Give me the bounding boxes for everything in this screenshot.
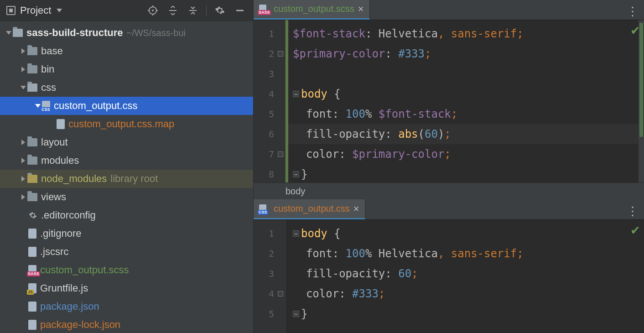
folder-icon [27, 156, 37, 165]
gear-icon [28, 211, 37, 220]
sass-file-icon: SASS [28, 265, 36, 275]
project-tool-title[interactable]: Project [20, 5, 51, 16]
tab-custom-output-scss[interactable]: SASS custom_output.scss × [254, 0, 370, 20]
css-file-icon: CSS [259, 204, 266, 213]
file-custom-output-css-map[interactable]: custom_output.css.map [0, 115, 253, 133]
file-icon [28, 247, 36, 257]
line-number: 3 [254, 264, 285, 284]
js-file-icon: JS [28, 283, 36, 293]
folder-node-modules[interactable]: node_modules library root [0, 170, 253, 188]
css-file-icon: CSS [42, 101, 50, 111]
editor-area: SASS custom_output.scss × ⋮ 1 2 3 4 5 6 … [254, 0, 644, 333]
folder-icon [27, 138, 37, 146]
line-number: 4 [254, 84, 285, 104]
collapse-all-icon[interactable] [187, 5, 199, 16]
file-package-lock[interactable]: package-lock.json [0, 316, 253, 333]
line-number: 2 [254, 244, 285, 264]
file-icon [28, 229, 36, 239]
line-number: 1 [254, 24, 285, 44]
file-gruntfile[interactable]: JS Gruntfile.js [0, 279, 253, 297]
project-sidebar: Project sas [0, 0, 254, 333]
fold-icon[interactable] [293, 171, 299, 177]
chevron-right-icon[interactable] [19, 175, 27, 183]
close-icon[interactable]: × [358, 4, 364, 14]
check-icon: ✔ [630, 224, 640, 238]
tab-custom-output-css[interactable]: CSS custom_output.css × [254, 199, 365, 219]
folder-modules[interactable]: modules [0, 151, 253, 170]
folder-bin[interactable]: bin [0, 60, 253, 78]
app-root: Project sas [0, 0, 644, 333]
editor-css[interactable]: 1 2 3 4 5 body { font: 100% Helvetica, s… [254, 220, 644, 333]
line-number: 8 [254, 164, 285, 184]
breadcrumb-bar[interactable]: body [254, 182, 644, 200]
file-custom-output-scss[interactable]: SASS custom_output.scss [0, 261, 253, 279]
folder-icon [27, 47, 37, 55]
folder-icon [27, 193, 37, 201]
chevron-right-icon[interactable] [19, 138, 27, 146]
file-editorconfig[interactable]: .editorconfig [0, 206, 253, 224]
fold-icon[interactable] [293, 91, 299, 97]
chevron-right-icon[interactable] [19, 65, 27, 73]
library-folder-icon [27, 175, 37, 183]
tab-bar-top: SASS custom_output.scss × ⋮ [254, 0, 644, 20]
breadcrumb-item[interactable]: body [286, 186, 305, 197]
project-toolbar: Project [0, 0, 253, 21]
chevron-right-icon[interactable] [19, 47, 27, 55]
divider-icon [206, 5, 207, 16]
sass-file-icon: SASS [259, 5, 266, 14]
scroll-strip[interactable] [639, 20, 644, 182]
folder-css[interactable]: css [0, 78, 253, 97]
gutter-top: 1 2 3 4 5 6 7 8 [254, 20, 286, 182]
gutter-mark-icon [278, 151, 283, 157]
folder-layout[interactable]: layout [0, 133, 253, 151]
chevron-right-icon[interactable] [19, 193, 27, 201]
folder-icon [27, 83, 37, 92]
project-tool-icon [6, 6, 16, 15]
folder-icon [13, 29, 23, 37]
folder-icon [27, 65, 37, 73]
editor-scss[interactable]: 1 2 3 4 5 6 7 8 $font-stack: Helvetica, … [254, 20, 644, 182]
folder-views[interactable]: views [0, 188, 253, 206]
project-root-row[interactable]: sass-build-structure ~/WS/sass-bui [0, 24, 253, 42]
locate-icon[interactable] [147, 5, 159, 16]
file-icon [57, 119, 65, 129]
tab-menu-icon[interactable]: ⋮ [627, 5, 639, 19]
tab-menu-icon[interactable]: ⋮ [627, 204, 639, 219]
gutter-mark-icon [278, 291, 283, 297]
project-root-name: sass-build-structure [26, 27, 123, 39]
fold-icon[interactable] [293, 311, 299, 317]
gutter-mark-icon [278, 51, 283, 57]
folder-base[interactable]: base [0, 42, 253, 60]
line-number: 5 [254, 104, 285, 124]
file-gitignore[interactable]: .gitignore [0, 224, 253, 243]
line-number: 3 [254, 64, 285, 84]
json-file-icon [28, 320, 36, 330]
line-number: 6 [254, 124, 285, 144]
file-package-json[interactable]: package.json [0, 297, 253, 316]
chevron-down-icon[interactable] [19, 83, 27, 92]
code-area-top[interactable]: $font-stack: Helvetica, sans-serif; $pri… [286, 20, 644, 182]
chevron-right-icon[interactable] [19, 156, 27, 165]
file-jscsrc[interactable]: .jscsrc [0, 243, 253, 261]
project-view-dropdown-icon[interactable] [57, 9, 62, 12]
file-custom-output-css[interactable]: CSS custom_output.css [0, 97, 253, 115]
line-number: 2 [254, 44, 285, 64]
code-area-bottom[interactable]: body { font: 100% Helvetica, sans-serif;… [286, 220, 644, 333]
svg-point-1 [152, 10, 154, 11]
project-tree[interactable]: sass-build-structure ~/WS/sass-bui base … [0, 21, 253, 333]
line-number: 4 [254, 284, 285, 304]
line-number: 5 [254, 304, 285, 324]
chevron-down-icon[interactable] [5, 29, 13, 37]
project-root-path: ~/WS/sass-bui [127, 28, 186, 38]
tab-bar-bottom: CSS custom_output.css × ⋮ [254, 200, 644, 220]
gutter-bottom: 1 2 3 4 5 [254, 220, 286, 333]
gear-icon[interactable] [214, 5, 226, 16]
close-icon[interactable]: × [353, 204, 359, 214]
expand-all-icon[interactable] [167, 5, 179, 16]
fold-icon[interactable] [293, 230, 299, 237]
minimize-icon[interactable] [234, 5, 246, 16]
line-number: 7 [254, 144, 285, 164]
line-number: 1 [254, 224, 285, 244]
json-file-icon [28, 302, 36, 312]
